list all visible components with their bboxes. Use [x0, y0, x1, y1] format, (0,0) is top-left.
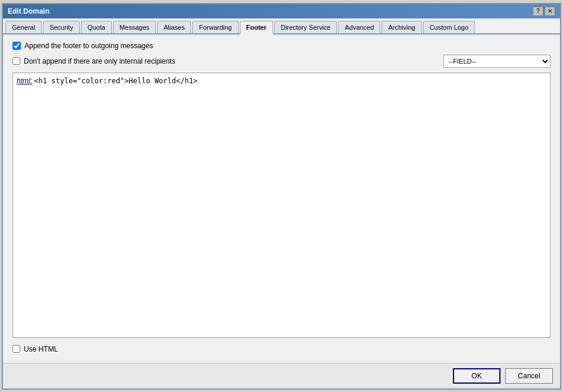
title-bar: Edit Domain ? ✕ [3, 4, 560, 18]
tab-quota[interactable]: Quota [81, 21, 112, 33]
html-content: <h1 style="color:red">Hello World</h1> [34, 77, 198, 85]
append-footer-label: Append the footer to outgoing messages [24, 42, 153, 50]
tab-directory-service[interactable]: Directory Service [274, 21, 337, 33]
dont-append-left: Don't append if there are only internal … [12, 57, 175, 65]
dont-append-row: Don't append if there are only internal … [12, 55, 551, 68]
cancel-button[interactable]: Cancel [505, 368, 553, 384]
dont-append-label: Don't append if there are only internal … [24, 57, 175, 65]
tab-forwarding[interactable]: Forwarding [192, 21, 238, 33]
tab-custom-logo[interactable]: Custom Logo [423, 21, 475, 33]
content-area: Append the footer to outgoing messages D… [3, 35, 560, 363]
append-footer-row: Append the footer to outgoing messages [12, 42, 551, 50]
tab-messages[interactable]: Messages [113, 21, 156, 33]
use-html-row: Use HTML [12, 343, 551, 356]
tab-archiving[interactable]: Archiving [381, 21, 421, 33]
tab-advanced[interactable]: Advanced [338, 21, 380, 33]
help-button[interactable]: ? [533, 7, 543, 16]
footer-buttons: OK Cancel [3, 363, 560, 388]
tab-general[interactable]: General [5, 21, 42, 33]
field-select[interactable]: --FIELD-- From To Subject Date [443, 55, 551, 68]
html-editor-container: html: <h1 style="color:red">Hello World<… [12, 73, 551, 338]
tab-footer[interactable]: Footer [240, 21, 273, 35]
tab-aliases[interactable]: Aliases [157, 21, 191, 33]
edit-domain-dialog: Edit Domain ? ✕ GeneralSecurityQuotaMess… [2, 3, 561, 390]
close-button[interactable]: ✕ [545, 7, 555, 16]
tab-security[interactable]: Security [43, 21, 80, 33]
html-label: html: [17, 77, 32, 85]
dont-append-checkbox[interactable] [12, 57, 20, 65]
ok-button[interactable]: OK [453, 368, 501, 384]
append-footer-checkbox[interactable] [12, 42, 21, 50]
use-html-label: Use HTML [24, 345, 58, 353]
title-bar-buttons: ? ✕ [533, 7, 555, 16]
field-dropdown-container: --FIELD-- From To Subject Date [443, 55, 551, 68]
dialog-title: Edit Domain [8, 7, 49, 15]
tab-bar: GeneralSecurityQuotaMessagesAliasesForwa… [3, 18, 560, 35]
use-html-checkbox[interactable] [12, 345, 20, 353]
